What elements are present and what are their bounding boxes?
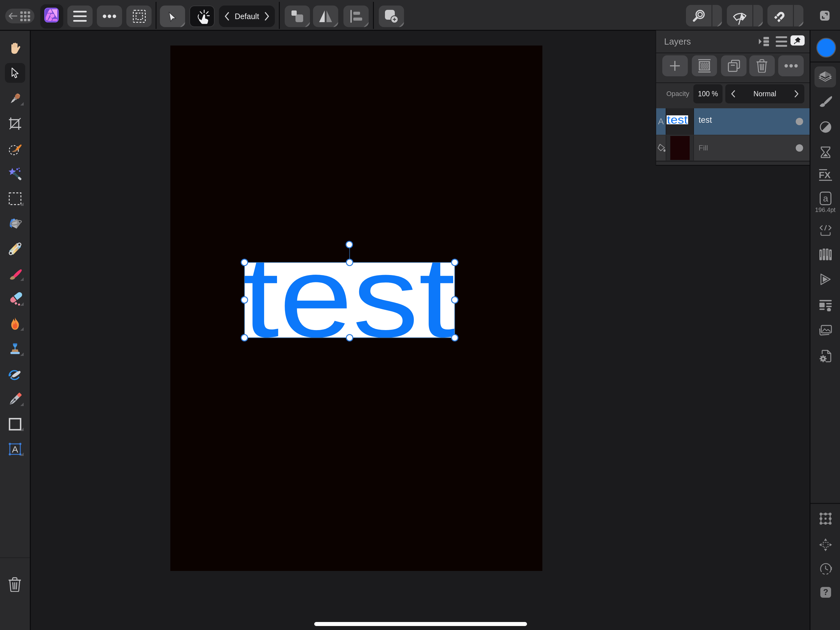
svg-text:test: test xyxy=(667,116,687,123)
svg-text:A: A xyxy=(12,444,18,454)
svg-text:a: a xyxy=(823,193,828,203)
svg-text:FX: FX xyxy=(819,170,831,180)
